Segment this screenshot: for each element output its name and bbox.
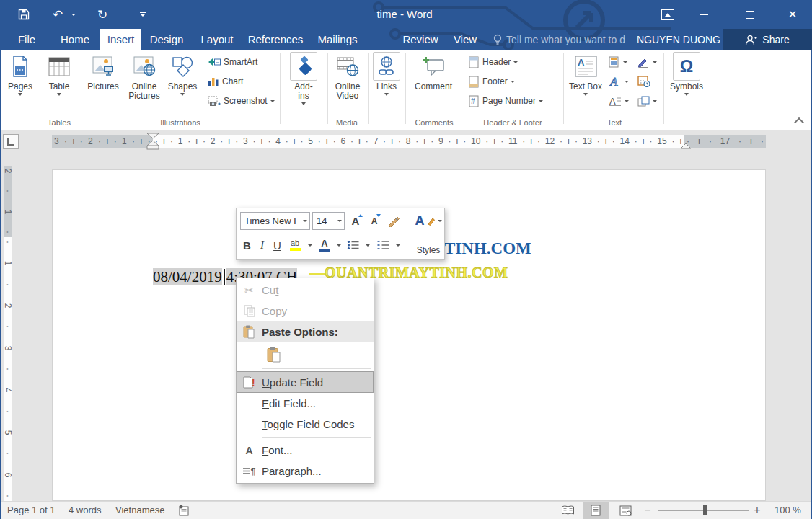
- print-layout-button[interactable]: [583, 502, 609, 519]
- maximize-button[interactable]: [738, 0, 762, 29]
- object-button[interactable]: [637, 94, 657, 108]
- zoom-out-button[interactable]: −: [640, 502, 655, 519]
- paragraph-dialog-icon: ¶: [237, 466, 262, 476]
- comment-button[interactable]: Comment: [408, 52, 459, 92]
- wordart-button[interactable]: A: [609, 74, 629, 89]
- web-layout-button[interactable]: [613, 502, 637, 519]
- paste-keep-source-formatting-button[interactable]: [264, 345, 284, 365]
- zoom-level[interactable]: 100 %: [775, 502, 801, 519]
- tab-view[interactable]: View: [454, 29, 477, 50]
- word-count[interactable]: 4 words: [69, 502, 102, 519]
- pages-button[interactable]: Pages: [4, 52, 36, 96]
- table-button[interactable]: Table: [43, 52, 75, 96]
- zoom-slider-thumb[interactable]: [703, 505, 707, 515]
- chevron-down-icon: [71, 14, 76, 16]
- footer-button[interactable]: Footer: [469, 74, 515, 89]
- first-line-indent-marker[interactable]: [146, 133, 159, 139]
- tell-me-box[interactable]: Tell me what you want to d: [493, 29, 625, 50]
- symbols-icon: Ω: [673, 52, 700, 81]
- tab-home[interactable]: Home: [61, 29, 89, 50]
- tab-layout[interactable]: Layout: [200, 29, 233, 50]
- save-icon: [18, 9, 30, 20]
- ruler-main[interactable]: ·ı·1·ı·2·ı·3·ı·4·ı·5·ı·6·ı·7·ı·8·ı·9·ı·1…: [153, 135, 684, 148]
- menu-item-update-field[interactable]: ! Update Field: [237, 371, 374, 393]
- smartart-button[interactable]: SmartArt: [208, 55, 257, 69]
- read-mode-button[interactable]: [555, 502, 580, 519]
- numbering-button[interactable]: [374, 236, 392, 254]
- font-dialog-icon: A: [237, 445, 262, 456]
- ribbon-display-options-button[interactable]: [656, 0, 679, 29]
- share-button[interactable]: Share: [723, 29, 812, 50]
- numbering-dropdown[interactable]: [394, 236, 402, 254]
- chart-button[interactable]: Chart: [208, 74, 243, 89]
- right-indent-marker[interactable]: [680, 143, 692, 149]
- undo-button[interactable]: ↶: [48, 0, 68, 29]
- highlight-button[interactable]: ab: [286, 236, 304, 254]
- shrink-font-button[interactable]: A: [366, 213, 382, 230]
- zoom-slider[interactable]: [658, 510, 749, 511]
- highlight-dropdown[interactable]: [306, 236, 314, 254]
- text-box-button[interactable]: A Text Box: [568, 52, 603, 96]
- quick-parts-button[interactable]: [609, 55, 627, 69]
- proofing-status-button[interactable]: [175, 502, 191, 519]
- font-size-combo[interactable]: 14: [312, 212, 345, 230]
- links-button[interactable]: Links: [370, 52, 403, 96]
- shapes-button[interactable]: Shapes: [164, 52, 200, 96]
- tab-selector[interactable]: [3, 134, 19, 149]
- language-indicator[interactable]: Vietnamese: [115, 502, 164, 519]
- drop-cap-button[interactable]: A: [609, 94, 629, 108]
- menu-item-paragraph[interactable]: ¶ Paragraph...: [237, 461, 374, 482]
- menu-item-toggle-field-codes[interactable]: Toggle Field Codes: [237, 414, 374, 435]
- chevron-down-icon[interactable]: [335, 213, 344, 229]
- underline-button[interactable]: U: [270, 236, 284, 254]
- font-color-dropdown[interactable]: [335, 236, 343, 254]
- group-label-comments: Comments: [415, 118, 453, 127]
- selected-date-field[interactable]: 08/04/2019: [153, 268, 222, 285]
- menu-item-paste-options: Paste Options:: [237, 321, 374, 342]
- tab-mailings[interactable]: Mailings: [317, 29, 357, 50]
- styles-button[interactable]: A Styles: [415, 211, 442, 257]
- grow-font-button[interactable]: A: [347, 213, 364, 230]
- date-time-button[interactable]: [637, 74, 650, 89]
- screenshot-button[interactable]: Screenshot: [208, 94, 275, 108]
- pictures-button[interactable]: Pictures: [82, 52, 124, 92]
- font-color-button[interactable]: A: [316, 236, 333, 254]
- redo-button[interactable]: ↻: [92, 0, 112, 29]
- add-ins-label: Add-ins: [290, 82, 317, 101]
- collapse-ribbon-icon[interactable]: [794, 117, 804, 128]
- ruler-left-margin[interactable]: 3·ı·2·ı·1·ı·: [52, 135, 153, 148]
- save-button[interactable]: [14, 0, 33, 29]
- header-button[interactable]: Header: [469, 55, 518, 69]
- menu-item-font[interactable]: A Font...: [237, 440, 374, 461]
- chevron-down-icon[interactable]: [300, 213, 309, 229]
- symbols-button[interactable]: Ω Symbols: [668, 52, 705, 96]
- bullets-dropdown[interactable]: [363, 236, 372, 254]
- customize-quick-access-button[interactable]: [136, 0, 150, 29]
- online-video-button[interactable]: Online Video: [329, 52, 366, 101]
- tab-file[interactable]: File: [18, 29, 35, 50]
- page-number-button[interactable]: # Page Number: [469, 94, 543, 108]
- format-painter-button[interactable]: [384, 213, 403, 230]
- page-indicator[interactable]: Page 1 of 1: [7, 502, 56, 519]
- undo-dropdown[interactable]: [69, 0, 78, 29]
- hanging-indent-marker[interactable]: [146, 141, 159, 150]
- bullets-button[interactable]: [345, 236, 362, 254]
- menu-item-edit-field[interactable]: Edit Field...: [237, 393, 374, 414]
- signature-line-button[interactable]: [637, 55, 657, 69]
- minimize-button[interactable]: [692, 0, 715, 29]
- add-ins-button[interactable]: Add-ins: [284, 52, 323, 105]
- tab-insert[interactable]: Insert: [100, 29, 141, 50]
- italic-button[interactable]: I: [255, 236, 269, 254]
- close-button[interactable]: ✕: [781, 0, 804, 29]
- account-name[interactable]: NGUYEN DUONG: [637, 29, 720, 50]
- online-pictures-button[interactable]: Online Pictures: [124, 52, 164, 101]
- share-person-icon: [745, 35, 757, 45]
- bold-button[interactable]: B: [240, 236, 254, 254]
- font-name-combo[interactable]: Times New F: [240, 212, 310, 230]
- tab-review[interactable]: Review: [402, 29, 438, 50]
- zoom-in-button[interactable]: +: [750, 502, 764, 519]
- print-layout-icon: [591, 505, 601, 516]
- ruler-right-margin[interactable]: ·ı·17·ı·: [684, 135, 766, 148]
- tab-references[interactable]: References: [248, 29, 304, 50]
- tab-design[interactable]: Design: [150, 29, 184, 50]
